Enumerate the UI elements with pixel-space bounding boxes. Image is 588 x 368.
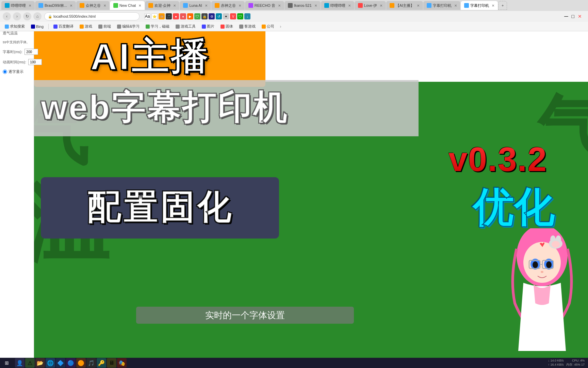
taskbar-icon-3[interactable]: 📂 [35,358,45,368]
tab-subtitle-active[interactable]: 字幕打印机 ✕ [461,1,498,10]
translate-icon[interactable]: Aa [144,13,150,19]
ext-9[interactable]: ↺ [216,13,222,19]
taskbar-icon-7[interactable]: 🎵 [86,358,96,368]
tab-reecho[interactable]: REECHO 音 ✕ [245,1,284,10]
close-button[interactable]: ✕ [578,14,582,19]
bookmark-divider [48,24,49,29]
tab-welcome[interactable]: 欢迎·众神 ✕ [145,1,179,10]
tab-close-icon[interactable]: ✕ [380,4,382,7]
bookmark-more[interactable]: › [280,24,281,29]
tab-bilibili-1[interactable]: 哔哩哔哩 ✕ [1,1,35,10]
taskbar-icon-10[interactable]: 🎭 [117,358,127,368]
ext-13[interactable]: ↓ [244,13,250,19]
bookmark-images[interactable]: 图片 [200,23,216,30]
ext-1[interactable]: 🐵 [159,13,165,19]
taskbar-icon-9[interactable]: 🖥 [107,358,116,368]
ext-11[interactable]: V [230,13,236,19]
taskbar-icon-vscode[interactable]: 🔷 [56,358,65,368]
tab-new-chat[interactable]: New Chat ✕ [110,1,145,10]
panel-row-temp: 逐气温温 [3,31,31,36]
bookmark-solid[interactable]: 固体 [218,23,235,30]
bookmark-favicon [98,25,102,29]
tab-close-icon[interactable]: ✕ [138,4,141,7]
bookmark-favicon [202,25,206,29]
delay-input[interactable] [24,49,38,55]
bookmark-edit-learn[interactable]: 编辑&学习 [115,23,142,30]
tab-close-icon[interactable]: ✕ [454,4,457,7]
tab-ikaros[interactable]: Ikaros-521 ✕ [284,1,321,10]
anim-input[interactable] [28,59,42,65]
tab-众神之谷[interactable]: 众神之谷 ✕ [76,1,110,10]
new-tab-button[interactable]: + [498,1,507,10]
config-title-text: 配置固化 [86,185,233,231]
ext-5[interactable]: ▶ [187,13,193,19]
taskbar-icon-2[interactable]: ⚠ [25,358,35,368]
minimize-button[interactable]: ─ [564,13,568,19]
bookmark-browsergames[interactable]: 客游戏 [237,23,258,30]
home-button[interactable]: ⌂ [33,12,42,20]
bookmark-bing[interactable]: Bing [29,24,46,29]
bookmark-favicon [262,25,266,29]
anime-character [503,228,581,351]
svg-point-13 [552,241,560,248]
bookmark-company[interactable]: 公司 [260,23,276,30]
tab-favicon [464,3,469,8]
taskbar-icon-5[interactable]: 🔵 [66,358,76,368]
app-icon-9: 🖥 [109,360,114,366]
taskbar-icon-edge[interactable]: 🌐 [46,358,55,368]
folder-icon: 📂 [37,360,44,366]
tab-redshen[interactable]: 赤神之谷 ✕ [211,1,245,10]
star-icon[interactable]: ⭐ [151,13,158,19]
tab-close-icon[interactable]: ✕ [348,4,351,7]
taskbar-icon-1[interactable]: 👤 [15,358,24,368]
tab-subtitle-1[interactable]: 字幕打印机 ✕ [423,1,460,10]
bookmark-favicon [176,25,180,29]
tab-bar: 哔哩哔哩 ✕ BrasD99/林... ✕ 众神之谷 ✕ New Chat ✕ … [0,0,588,11]
maximize-button[interactable]: □ [572,14,574,19]
address-bar: ‹ › ↻ ⌂ 🔒 localhost:5500/index.html Aa ⭐… [0,11,588,22]
tab-close-icon[interactable]: ✕ [173,4,176,7]
taskbar-icon-6[interactable]: 🟠 [76,358,86,368]
tab-love[interactable]: Love·伊 ✕ [355,1,386,10]
tab-favicon [5,3,10,8]
ext-4[interactable]: ♦ [180,13,186,19]
back-button[interactable]: ‹ [3,12,11,20]
bookmark-learn[interactable]: 学习，磁磁 [144,23,172,30]
display-radio[interactable] [3,70,7,74]
ext-8[interactable]: ⚙ [209,13,215,19]
tab-bilibili-2[interactable]: 哔哩哔哩 ✕ [321,1,354,10]
ext-2[interactable]: 🎵 [166,13,172,19]
tab-favicon [358,3,363,8]
tab-close-icon[interactable]: ✕ [70,4,72,7]
bookmark-game-tools[interactable]: 游戏工具 [174,23,198,30]
tab-close-icon[interactable]: ✕ [239,4,241,7]
url-bar[interactable]: 🔒 localhost:5500/index.html [44,12,140,20]
vscode-icon: 🔷 [57,360,64,366]
tab-brasd99[interactable]: BrasD99/林... ✕ [35,1,76,10]
tab-ai-anchor[interactable]: 【AI主播】 ✕ [386,1,423,10]
bookmark-baidu-translate[interactable]: 百度翻译 [51,23,76,30]
tab-favicon [148,3,153,8]
taskbar-icon-8[interactable]: 🔑 [97,358,106,368]
tab-close-icon[interactable]: ✕ [278,4,281,7]
ext-12[interactable]: 🛡 [237,13,243,19]
taskbar-start-button[interactable]: ⊞ [0,358,14,368]
tab-close-icon[interactable]: ✕ [103,4,106,7]
bookmark-favicon [80,25,84,29]
tab-close-icon[interactable]: ✕ [314,4,317,7]
ext-6[interactable]: 🛡 [194,13,200,19]
refresh-button[interactable]: ↻ [23,12,31,20]
forward-button[interactable]: › [13,12,21,20]
tab-close-icon[interactable]: ✕ [492,4,494,7]
bookmark-frontend[interactable]: 前端 [96,23,113,30]
tab-favicon [38,3,43,8]
tab-luna[interactable]: Luna AI ✕ [180,1,211,10]
bookmark-games[interactable]: 游戏 [78,23,94,30]
bookmark-search[interactable]: 求知搜索 [3,23,27,30]
tab-close-icon[interactable]: ✕ [29,4,31,7]
ext-10[interactable]: ✦ [223,13,229,19]
ext-7[interactable]: 🔒 [201,13,208,19]
tab-close-icon[interactable]: ✕ [205,4,208,7]
ext-3[interactable]: ● [173,13,179,19]
tab-close-icon[interactable]: ✕ [417,4,420,7]
